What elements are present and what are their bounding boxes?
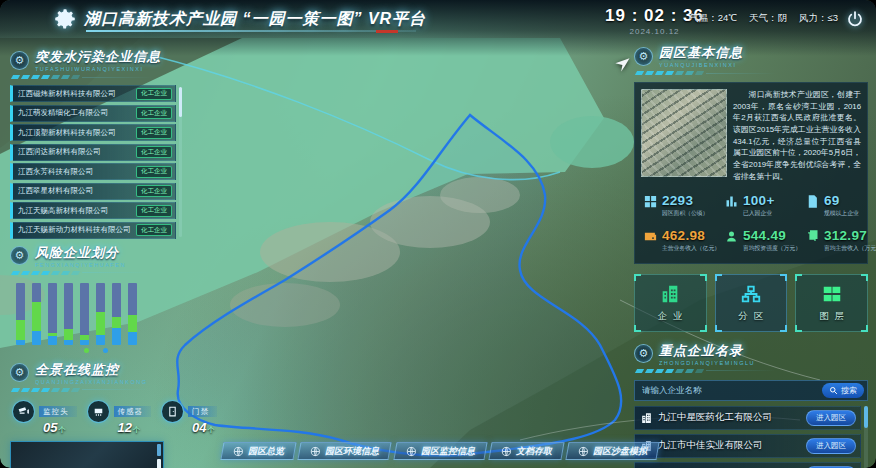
list-item[interactable]: 江西磁炜新材料科技有限公司 化工企业 xyxy=(10,85,176,102)
enter-park-button[interactable]: 进入园区 xyxy=(806,410,856,426)
gear-logo-icon xyxy=(52,6,78,32)
pollution-list-scrollbar[interactable] xyxy=(179,87,182,237)
bar-4 xyxy=(64,283,73,345)
enter-park-button[interactable]: 进入园区 xyxy=(806,438,856,454)
pollution-section-header: ⚙ 突发水污染企业信息 TUFASHUIWURANQIYEXINXI xyxy=(10,48,182,72)
zone-network-icon xyxy=(740,283,762,305)
list-item[interactable]: 九江中星医药化工有限公司 进入园区 xyxy=(634,406,861,430)
stat-value: 462.98 xyxy=(662,228,720,243)
directory-title: 重点企业名录 xyxy=(659,342,755,360)
weather-bar: 气温：24℃ 天气：阴 风力：≤3 xyxy=(689,12,838,25)
company-name: 九江萌发精细化工有限公司 xyxy=(18,108,108,118)
park-info-section-header: ⚙ 园区基本信息 YUANQUJIBENXINXI xyxy=(634,44,868,68)
list-item[interactable]: 江西翠星材料有限公司 化工企业 xyxy=(10,183,176,200)
nav-label: 园区沙盘模拟 xyxy=(593,445,647,458)
risk-section-title: 风险企业划分 xyxy=(35,244,126,262)
directory-subtitle: ZHONGDIANQIYEMINGLU xyxy=(659,360,755,366)
door-icon xyxy=(161,400,184,423)
wallet-icon xyxy=(643,229,658,244)
nav-monitoring-info[interactable]: 园区监控信息 xyxy=(393,442,487,460)
camera-counter[interactable]: 监控头 05个 xyxy=(12,400,77,435)
risk-section: ⚙ 风险企业划分 FENGXIANQIYEHUAFEN xyxy=(10,244,182,353)
directory-section-header: ⚙ 重点企业名录 ZHONGDIANQIYEMINGLU xyxy=(634,342,868,366)
nav-park-overview[interactable]: 园区总览 xyxy=(220,442,296,460)
stat-output: 312.97 亩均主营收入（万元） xyxy=(805,228,876,253)
park-aerial-thumbnail xyxy=(641,89,727,177)
nav-environment-info[interactable]: 园区环境信息 xyxy=(298,442,392,460)
action-button-label: 企业 xyxy=(652,310,689,323)
counter-unit: 个 xyxy=(58,426,65,433)
bar-1 xyxy=(16,283,25,345)
company-name: 江西润达新材料有限公司 xyxy=(18,147,101,157)
company-type-tag: 化工企业 xyxy=(136,127,172,139)
search-input[interactable] xyxy=(642,385,822,395)
list-item[interactable]: 九江富达实业有限公司 进入园区 xyxy=(634,462,861,468)
company-search-bar: 搜索 xyxy=(634,380,868,401)
list-item[interactable]: 九江顶塑新材料科技有限公司 化工企业 xyxy=(10,124,176,141)
directory-scrollbar[interactable] xyxy=(864,406,868,468)
company-name: 九江市中佳实业有限公司 xyxy=(658,439,806,452)
counter-unit: 个 xyxy=(133,426,140,433)
camera-video-feed[interactable] xyxy=(10,441,164,468)
stat-label: 亩均主营收入（万元） xyxy=(824,244,876,253)
power-button-icon[interactable] xyxy=(846,10,864,28)
stat-value: 100+ xyxy=(743,193,775,208)
nav-label: 园区环境信息 xyxy=(325,445,379,458)
person-icon xyxy=(724,229,739,244)
app-header: 湖口高新技术产业园 “一园一策一图” VR平台 19 : 02 : 36 202… xyxy=(0,0,876,40)
enterprise-layer-button[interactable]: 企业 xyxy=(634,274,707,332)
document-icon xyxy=(805,194,820,209)
nav-sandbox-simulation[interactable]: 园区沙盘模拟 xyxy=(565,442,659,460)
company-type-tag: 化工企业 xyxy=(136,185,172,197)
list-item[interactable]: 江西永芳科技有限公司 化工企业 xyxy=(10,163,176,180)
grid-icon xyxy=(643,194,658,209)
weather-wind: 风力：≤3 xyxy=(799,12,838,25)
vr-platform-screen: 湖口高新技术产业园 “一园一策一图” VR平台 19 : 02 : 36 202… xyxy=(0,0,876,468)
stat-value: 312.97 xyxy=(824,228,876,243)
bottom-navigation: 园区总览 园区环境信息 园区监控信息 文档存取 园区沙盘模拟 xyxy=(222,442,658,460)
counter-unit: 个 xyxy=(207,426,214,433)
pollution-section-title: 突发水污染企业信息 xyxy=(35,48,161,66)
door-counter[interactable]: 门禁 04个 xyxy=(161,400,217,435)
risk-section-header: ⚙ 风险企业划分 FENGXIANQIYEHUAFEN xyxy=(10,244,182,268)
list-item[interactable]: 九江天赐高新材料有限公司 化工企业 xyxy=(10,202,176,219)
globe-icon xyxy=(578,446,589,457)
gear-badge-icon: ⚙ xyxy=(10,246,29,265)
nav-label: 园区总览 xyxy=(248,445,284,458)
counter-label: 传感器 xyxy=(114,406,152,417)
video-feed-scrollbar[interactable] xyxy=(157,444,161,468)
list-item[interactable]: 九江市中佳实业有限公司 进入园区 xyxy=(634,434,861,458)
list-item[interactable]: 九江萌发精细化工有限公司 化工企业 xyxy=(10,105,176,122)
list-item[interactable]: 江西润达新材料有限公司 化工企业 xyxy=(10,144,176,161)
counter-value: 04 xyxy=(192,420,206,435)
bar-3 xyxy=(48,283,57,345)
page-title: 湖口高新技术产业园 “一园一策一图” VR平台 xyxy=(84,9,426,30)
counter-value: 05 xyxy=(43,420,57,435)
search-button[interactable]: 搜索 xyxy=(822,383,864,398)
monitor-section-title: 全景在线监控 xyxy=(35,361,147,379)
pollution-section-subtitle: TUFASHUIWURANQIYEXINXI xyxy=(35,66,161,72)
globe-icon xyxy=(310,446,321,457)
gear-badge-icon: ⚙ xyxy=(634,47,653,66)
layers-button[interactable]: 图层 xyxy=(795,274,868,332)
counter-value: 12 xyxy=(118,420,132,435)
list-item[interactable]: 九江天赐新动力材料科技有限公司 化工企业 xyxy=(10,222,176,239)
nav-document-access[interactable]: 文档存取 xyxy=(488,442,564,460)
bar-7 xyxy=(112,283,121,345)
bar-6 xyxy=(96,283,105,345)
stat-enterprises: 100+ 已入园企业 xyxy=(724,193,801,218)
company-type-tag: 化工企业 xyxy=(136,166,172,178)
park-info-subtitle: YUANQUJIBENXINXI xyxy=(659,62,743,68)
park-description: 湖口高新技术产业园区，创建于2003年，原名金砂湾工业园，2016年2月获江西省… xyxy=(733,89,861,183)
stat-label: 园区面积（公顷） xyxy=(662,209,708,218)
sensor-counter[interactable]: 传感器 12个 xyxy=(87,400,152,435)
park-stats: 2293 园区面积（公顷） 100+ 已入园企业 69 规模以上企业 462.9… xyxy=(641,193,861,257)
pollution-company-list: 江西磁炜新材料科技有限公司 化工企业 九江萌发精细化工有限公司 化工企业 九江顶… xyxy=(10,85,182,239)
zone-layer-button[interactable]: 分区 xyxy=(715,274,788,332)
company-type-tag: 化工企业 xyxy=(136,205,172,217)
map-action-buttons: 企业 分区 图层 xyxy=(634,274,868,332)
enterprise-building-icon xyxy=(659,283,681,305)
gear-badge-icon: ⚙ xyxy=(10,363,29,382)
monitor-section-header: ⚙ 全景在线监控 QUANJINGZAIXIANJIANKONG xyxy=(10,361,182,385)
nav-label: 园区监控信息 xyxy=(421,445,475,458)
